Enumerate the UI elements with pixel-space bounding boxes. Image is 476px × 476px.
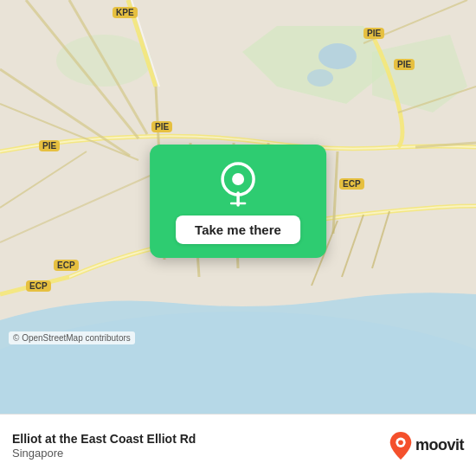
map-area[interactable]: KPE PIE PIE PIE PIE ECP ECP ECP ECP Take… [0,0,476,414]
badge-pie-top-right: PIE [363,28,384,39]
svg-point-28 [232,173,244,185]
location-pin-icon [215,162,261,207]
svg-point-6 [307,69,333,87]
location-city: Singapore [12,447,381,460]
moovit-logo: moovit [389,432,464,460]
badge-pie-right: PIE [394,59,415,70]
badge-ecp-right: ECP [339,178,364,190]
copyright-text: © OpenStreetMap contributors [9,331,135,344]
location-name: Elliot at the East Coast Elliot Rd [12,431,381,447]
moovit-pin-icon [389,432,412,460]
app: KPE PIE PIE PIE PIE ECP ECP ECP ECP Take… [0,0,476,476]
svg-point-31 [398,440,403,445]
badge-ecp-bottom-left2: ECP [26,280,51,292]
badge-kpe: KPE [113,7,138,18]
badge-pie-left: PIE [39,140,60,151]
svg-point-5 [318,43,357,69]
navigation-popup[interactable]: Take me there [150,145,326,258]
moovit-label: moovit [415,436,464,454]
take-me-there-button[interactable]: Take me there [176,215,300,244]
bottom-bar: Elliot at the East Coast Elliot Rd Singa… [0,414,476,476]
location-info: Elliot at the East Coast Elliot Rd Singa… [12,431,381,460]
badge-ecp-bottom-left: ECP [54,260,79,271]
badge-pie-center: PIE [151,121,172,132]
